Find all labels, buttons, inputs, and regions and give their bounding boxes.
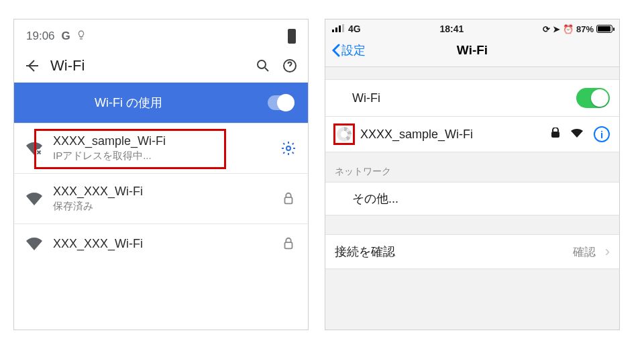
network-ssid: XXX_XXX_Wi-Fi bbox=[53, 237, 270, 251]
ios-screen: 4G 18:41 ⟳ ➤ ⏰ 87% 設定 Wi-Fi Wi-Fi XXXX_s… bbox=[325, 19, 620, 330]
other-network-row[interactable]: その他... bbox=[325, 182, 619, 215]
wifi-network-row[interactable]: XXX_XXX_Wi-Fi 保存済み bbox=[14, 173, 308, 223]
wifi-master-row[interactable]: Wi-Fi bbox=[325, 79, 619, 117]
wifi-connected-row[interactable]: XXXX_sample_Wi-Fi i bbox=[325, 117, 619, 152]
wifi-master-toggle-row[interactable]: Wi-Fi の使用 bbox=[14, 83, 308, 123]
wifi-network-row[interactable]: XXXX_sample_Wi-Fi IPアドレスを取得中... bbox=[14, 123, 308, 173]
network-ssid: XXX_XXX_Wi-Fi bbox=[53, 185, 270, 199]
gear-icon[interactable] bbox=[280, 140, 297, 157]
info-icon[interactable]: i bbox=[594, 126, 610, 142]
signal-bars-icon bbox=[332, 23, 344, 34]
wifi-label: Wi-Fi bbox=[352, 91, 380, 105]
wifi-icon bbox=[25, 236, 44, 252]
wifi-strength-icon bbox=[571, 128, 583, 142]
bulb-icon bbox=[76, 30, 87, 43]
network-ssid: XXXX_sample_Wi-Fi bbox=[53, 134, 270, 148]
svg-rect-10 bbox=[551, 132, 559, 138]
svg-point-0 bbox=[258, 60, 266, 68]
ios-statusbar: 4G 18:41 ⟳ ➤ ⏰ 87% bbox=[325, 19, 619, 36]
wifi-error-icon bbox=[25, 140, 44, 156]
page-title: Wi-Fi bbox=[50, 57, 245, 74]
section-header-networks: ネットワーク bbox=[325, 152, 619, 182]
ask-label: 接続を確認 bbox=[335, 244, 395, 260]
ask-value: 確認 bbox=[573, 244, 596, 260]
wifi-toggle-label: Wi-Fi の使用 bbox=[95, 95, 162, 111]
wifi-toggle-switch[interactable] bbox=[576, 88, 610, 108]
lock-icon bbox=[280, 190, 297, 207]
location-icon: ➤ bbox=[553, 24, 560, 34]
carrier-label: 4G bbox=[348, 23, 361, 34]
battery-icon bbox=[596, 25, 612, 33]
highlight-box bbox=[333, 123, 355, 145]
help-icon[interactable] bbox=[281, 57, 299, 74]
svg-rect-5 bbox=[285, 242, 292, 248]
page-title: Wi-Fi bbox=[325, 43, 619, 58]
battery-icon bbox=[288, 29, 296, 44]
chevron-right-icon: › bbox=[605, 243, 610, 260]
wifi-icon bbox=[25, 191, 44, 207]
svg-rect-8 bbox=[339, 26, 341, 32]
svg-rect-4 bbox=[285, 197, 292, 203]
lock-icon bbox=[280, 235, 297, 252]
android-appbar: Wi-Fi bbox=[14, 50, 308, 83]
status-time: 19:06 bbox=[26, 30, 55, 43]
battery-percent: 87% bbox=[576, 24, 594, 34]
svg-rect-9 bbox=[342, 24, 344, 32]
network-ssid: XXXX_sample_Wi-Fi bbox=[360, 128, 473, 142]
wifi-toggle-switch[interactable] bbox=[268, 95, 294, 110]
network-status: 保存済み bbox=[53, 200, 270, 213]
orientation-lock-icon: ⟳ bbox=[543, 24, 550, 34]
ask-to-join-row[interactable]: 接続を確認 確認 › bbox=[325, 234, 619, 269]
status-time: 18:41 bbox=[439, 23, 464, 34]
wifi-network-row[interactable]: XXX_XXX_Wi-Fi bbox=[14, 223, 308, 263]
back-arrow-icon[interactable] bbox=[23, 57, 41, 74]
svg-rect-6 bbox=[332, 30, 334, 32]
other-label: その他... bbox=[352, 191, 398, 207]
lock-icon bbox=[551, 128, 560, 142]
search-icon[interactable] bbox=[254, 57, 272, 74]
android-statusbar: 19:06 G bbox=[14, 19, 308, 50]
android-screen: 19:06 G Wi-Fi Wi-Fi の使用 XXXX_sample_Wi-F… bbox=[13, 19, 309, 330]
network-status: IPアドレスを取得中... bbox=[53, 150, 270, 162]
svg-rect-7 bbox=[335, 28, 337, 32]
alarm-icon: ⏰ bbox=[563, 24, 574, 34]
svg-point-3 bbox=[286, 146, 290, 150]
ios-navbar: 設定 Wi-Fi bbox=[325, 36, 619, 67]
google-g-icon: G bbox=[62, 30, 70, 43]
